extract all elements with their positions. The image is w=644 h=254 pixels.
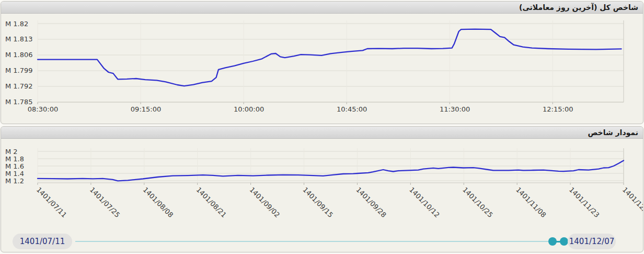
intraday-index-panel: شاخص کل (آخرین روز معاملاتی) M 1.82M 1.8… (1, 1, 643, 124)
date-range-slider[interactable]: 1401/07/11 1401/12/07 (1, 228, 643, 252)
range-start-label: 1401/07/11 (13, 234, 72, 249)
panel-title: شاخص کل (آخرین روز معاملاتی) (519, 3, 638, 12)
svg-text:M 1.2: M 1.2 (5, 177, 24, 185)
svg-text:M 2: M 2 (5, 148, 18, 156)
svg-text:1401/09/02: 1401/09/02 (248, 186, 282, 219)
svg-text:10:45:00: 10:45:00 (337, 105, 367, 113)
svg-text:M 1.813: M 1.813 (5, 35, 33, 43)
svg-text:09:15:00: 09:15:00 (131, 105, 161, 113)
intraday-chart-area: M 1.82M 1.813M 1.806M 1.799M 1.792M 1.78… (1, 14, 643, 124)
svg-text:1401/07/11: 1401/07/11 (35, 186, 68, 219)
intraday-index-chart[interactable]: M 1.82M 1.813M 1.806M 1.799M 1.792M 1.78… (1, 14, 643, 124)
svg-text:1401/08/08: 1401/08/08 (142, 186, 175, 219)
svg-text:M 1.4: M 1.4 (5, 170, 24, 178)
panel-titlebar: نمودار شاخص (1, 127, 643, 139)
svg-text:10:00:00: 10:00:00 (234, 105, 264, 113)
svg-text:M 1.82: M 1.82 (5, 20, 28, 28)
slider-handle-left[interactable] (548, 237, 557, 246)
svg-text:M 1.799: M 1.799 (5, 67, 33, 74)
history-chart-area: M 2M 1.8M 1.6M 1.4M 1.21401/07/111401/07… (1, 139, 643, 228)
svg-text:1401/09/28: 1401/09/28 (354, 186, 388, 219)
history-index-panel: نمودار شاخص M 2M 1.8M 1.6M 1.4M 1.21401/… (1, 126, 643, 252)
svg-text:08:30:00: 08:30:00 (28, 105, 58, 113)
svg-text:11:30:00: 11:30:00 (440, 105, 470, 113)
panel-title: نمودار شاخص (588, 128, 638, 137)
svg-text:1401/07/25: 1401/07/25 (88, 186, 122, 219)
svg-text:12:15:00: 12:15:00 (543, 105, 573, 113)
panel-titlebar: شاخص کل (آخرین روز معاملاتی) (1, 2, 643, 14)
slider-track[interactable] (75, 241, 553, 242)
svg-text:1401/08/21: 1401/08/21 (195, 186, 228, 219)
history-index-chart[interactable]: M 2M 1.8M 1.6M 1.4M 1.21401/07/111401/07… (1, 139, 643, 228)
svg-text:1401/09/15: 1401/09/15 (301, 186, 335, 219)
svg-text:M 1.806: M 1.806 (5, 51, 33, 59)
slider-handle-right[interactable] (560, 237, 568, 246)
svg-text:1401/10/25: 1401/10/25 (461, 186, 494, 219)
svg-text:M 1.8: M 1.8 (5, 155, 24, 163)
svg-text:1401/10/12: 1401/10/12 (408, 186, 441, 219)
svg-text:1401/11/23: 1401/11/23 (568, 186, 601, 219)
range-end-label: 1401/12/07 (568, 234, 616, 249)
svg-text:M 1.6: M 1.6 (5, 162, 24, 170)
svg-text:1401/12/07: 1401/12/07 (621, 186, 643, 219)
svg-text:1401/11/08: 1401/11/08 (514, 186, 548, 219)
svg-text:M 1.792: M 1.792 (5, 82, 33, 90)
